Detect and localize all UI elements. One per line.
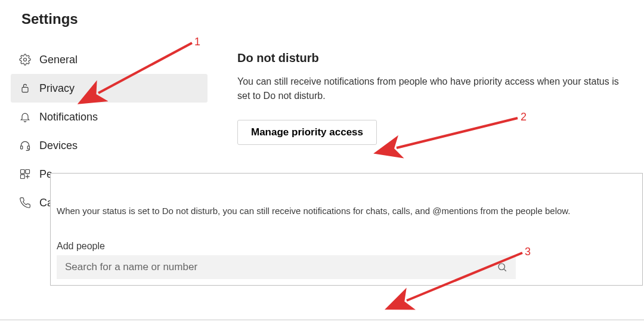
sidebar-item-label: Devices	[39, 140, 78, 152]
priority-access-panel: When your status is set to Do not distur…	[50, 173, 643, 286]
svg-point-7	[499, 264, 505, 270]
sidebar-item-devices[interactable]: Devices	[11, 131, 208, 160]
svg-point-0	[24, 58, 27, 61]
lock-icon	[18, 81, 32, 95]
annotation-label-2: 2	[521, 111, 527, 123]
sidebar-item-general[interactable]: General	[11, 45, 208, 74]
svg-rect-2	[21, 146, 23, 149]
svg-rect-4	[21, 170, 25, 174]
page-title: Settings	[0, 0, 644, 27]
annotation-label-3: 3	[525, 246, 531, 258]
dnd-description: You can still receive notifications from…	[237, 75, 619, 103]
svg-rect-5	[26, 170, 30, 174]
sidebar-item-label: Notifications	[39, 111, 98, 123]
search-field-wrap[interactable]	[57, 255, 516, 279]
headset-icon	[18, 138, 32, 153]
priority-access-description: When your status is set to Do not distur…	[57, 206, 636, 216]
sidebar-item-privacy[interactable]: Privacy	[11, 74, 208, 103]
svg-rect-3	[27, 146, 29, 149]
sidebar-item-label: Privacy	[39, 82, 75, 95]
svg-rect-6	[21, 175, 25, 179]
manage-priority-access-button[interactable]: Manage priority access	[237, 120, 377, 145]
sidebar-item-label: General	[39, 54, 78, 66]
bell-icon	[18, 110, 32, 124]
svg-rect-1	[22, 87, 28, 92]
svg-line-8	[504, 269, 506, 271]
apps-icon	[18, 167, 32, 181]
search-icon	[497, 262, 507, 273]
add-people-label: Add people	[57, 241, 636, 252]
phone-icon	[18, 196, 32, 210]
annotation-label-1: 1	[194, 36, 200, 48]
gear-icon	[18, 52, 32, 67]
sidebar-item-notifications[interactable]: Notifications	[11, 103, 208, 131]
dnd-heading: Do not disturb	[237, 51, 626, 65]
divider	[0, 320, 644, 320]
search-input[interactable]	[65, 261, 497, 273]
